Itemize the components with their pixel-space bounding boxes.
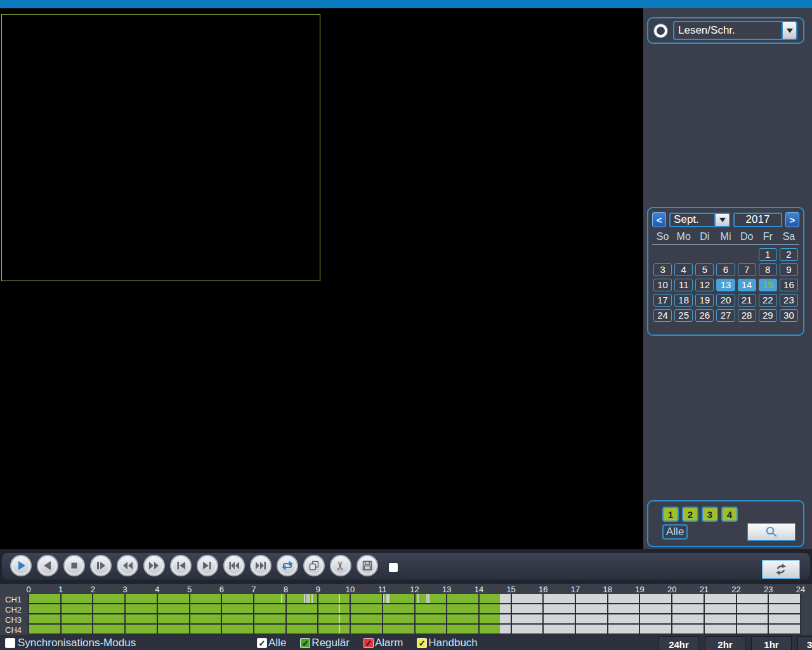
- channel-button-3[interactable]: 3: [702, 507, 718, 522]
- calendar-day-21[interactable]: 21: [738, 294, 756, 307]
- calendar-day-28[interactable]: 28: [738, 309, 756, 322]
- mode-select[interactable]: Lesen/Schr.: [673, 21, 797, 40]
- loop-button[interactable]: [277, 555, 298, 576]
- sync-switch-button[interactable]: [762, 560, 800, 579]
- hour-label-17: 17: [571, 585, 580, 594]
- calendar-prev-button[interactable]: <: [652, 212, 666, 227]
- legend-checkbox-regulär[interactable]: ✓: [300, 638, 310, 648]
- calendar-month-dropdown-button[interactable]: [714, 214, 729, 226]
- calendar-day-23[interactable]: 23: [780, 294, 798, 307]
- calendar-day-29[interactable]: 29: [759, 309, 777, 322]
- playbar-checkbox[interactable]: [389, 563, 398, 572]
- calendar-day-20[interactable]: 20: [716, 294, 735, 307]
- calendar-next-button[interactable]: >: [785, 212, 799, 227]
- calendar-day-19[interactable]: 19: [695, 294, 714, 307]
- calendar-day-18[interactable]: 18: [674, 294, 693, 307]
- legend-item-handbuch: ✓Handbuch: [417, 637, 478, 649]
- next-frame-icon: [201, 559, 214, 572]
- rewind-button[interactable]: [117, 555, 138, 576]
- calendar-day-30[interactable]: 30: [780, 309, 798, 322]
- calendar-day-14[interactable]: 14: [738, 279, 756, 291]
- hour-gridline: [607, 594, 608, 635]
- scale-button-24hr[interactable]: 24hr: [658, 636, 699, 650]
- calendar-day-15[interactable]: 15: [759, 279, 777, 291]
- hour-gridline: [124, 594, 126, 635]
- hour-label-0: 0: [26, 585, 30, 594]
- calendar-day-6[interactable]: 6: [716, 263, 735, 276]
- calendar-day-10[interactable]: 10: [653, 279, 672, 291]
- calendar-day-16[interactable]: 16: [780, 279, 798, 291]
- recording-gap: [428, 594, 429, 603]
- hour-gridline: [575, 594, 576, 635]
- calendar-day-7[interactable]: 7: [738, 263, 756, 276]
- reverse-play-button[interactable]: [37, 555, 58, 576]
- weekday-mo: Mo: [673, 231, 694, 242]
- sync-mode-checkbox[interactable]: [5, 638, 15, 648]
- calendar-day-26[interactable]: 26: [695, 309, 714, 322]
- hour-gridline: [221, 594, 222, 635]
- calendar-day-12[interactable]: 12: [695, 279, 714, 291]
- calendar-day-5[interactable]: 5: [695, 263, 714, 276]
- timeline-plot[interactable]: [29, 594, 801, 635]
- hour-gridline: [800, 594, 801, 635]
- legend-checkbox-alarm[interactable]: ✓: [363, 638, 374, 648]
- scale-button-30mi[interactable]: 30mi: [797, 636, 812, 650]
- next-file-button[interactable]: [250, 555, 272, 576]
- calendar-day-27[interactable]: 27: [716, 309, 735, 322]
- cut-button[interactable]: ✂: [330, 555, 351, 576]
- calendar-day-8[interactable]: 8: [759, 263, 777, 276]
- video-display-area[interactable]: [0, 8, 643, 549]
- play-button[interactable]: [10, 555, 32, 576]
- hour-label-13: 13: [442, 585, 451, 594]
- calendar-day-24[interactable]: 24: [653, 309, 672, 322]
- next-frame-button[interactable]: [197, 555, 218, 576]
- calendar-day-25[interactable]: 25: [674, 309, 693, 322]
- screen-mode-button[interactable]: [303, 555, 325, 576]
- hour-gridline: [446, 594, 447, 635]
- channel-all-button[interactable]: Alle: [662, 524, 688, 540]
- save-button[interactable]: [357, 555, 378, 576]
- hour-label-6: 6: [219, 585, 224, 594]
- hour-gridline: [382, 594, 383, 635]
- channel-button-1[interactable]: 1: [662, 507, 679, 522]
- calendar-day-4[interactable]: 4: [674, 263, 693, 276]
- calendar-day-9[interactable]: 9: [780, 263, 798, 276]
- calendar-year-field[interactable]: 2017: [733, 213, 782, 227]
- hour-label-14: 14: [475, 585, 483, 594]
- legend-checkbox-alle[interactable]: ✓: [257, 638, 267, 648]
- previous-frame-button[interactable]: [170, 555, 192, 576]
- search-button[interactable]: [747, 523, 796, 541]
- legend-checkbox-handbuch[interactable]: ✓: [417, 638, 427, 648]
- right-sidebar: Lesen/Schr. < Sept. 2017 > SoMoDiMiDoFrS…: [643, 8, 812, 549]
- selected-video-pane[interactable]: [1, 14, 320, 281]
- calendar-day-1[interactable]: 1: [759, 248, 777, 261]
- mode-select-dropdown-button[interactable]: [782, 22, 796, 39]
- calendar-day-17[interactable]: 17: [653, 294, 672, 307]
- channel-button-2[interactable]: 2: [682, 507, 698, 522]
- mode-select-value: Lesen/Schr.: [674, 24, 782, 37]
- fast-forward-button[interactable]: [143, 555, 165, 576]
- playback-panel: ✂: [2, 553, 810, 580]
- calendar-day-22[interactable]: 22: [759, 294, 777, 307]
- hour-gridline: [92, 594, 93, 635]
- mode-radio[interactable]: [654, 24, 667, 37]
- stop-button[interactable]: [63, 555, 85, 576]
- slow-play-button[interactable]: [90, 555, 112, 576]
- scale-button-2hr[interactable]: 2hr: [705, 636, 745, 650]
- dvr-playback-screen: Lesen/Schr. < Sept. 2017 > SoMoDiMiDoFrS…: [0, 0, 812, 650]
- previous-file-button[interactable]: [223, 555, 245, 576]
- calendar-day-3[interactable]: 3: [653, 263, 672, 276]
- calendar-day-13[interactable]: 13: [716, 279, 735, 291]
- recorded-segment-regular: [29, 614, 500, 623]
- prev-file-icon: [228, 559, 240, 572]
- channel-button-4[interactable]: 4: [721, 507, 738, 522]
- calendar-grid: 1234567891011121314151617181920212223242…: [652, 248, 799, 322]
- hour-gridline: [350, 594, 351, 635]
- calendar-day-11[interactable]: 11: [674, 279, 693, 291]
- stop-icon: [68, 559, 81, 572]
- calendar-month-select[interactable]: Sept.: [669, 213, 730, 227]
- calendar-day-2[interactable]: 2: [780, 248, 798, 261]
- prev-frame-icon: [174, 559, 187, 572]
- scale-button-1hr[interactable]: 1hr: [751, 636, 792, 650]
- hour-gridline: [189, 594, 190, 635]
